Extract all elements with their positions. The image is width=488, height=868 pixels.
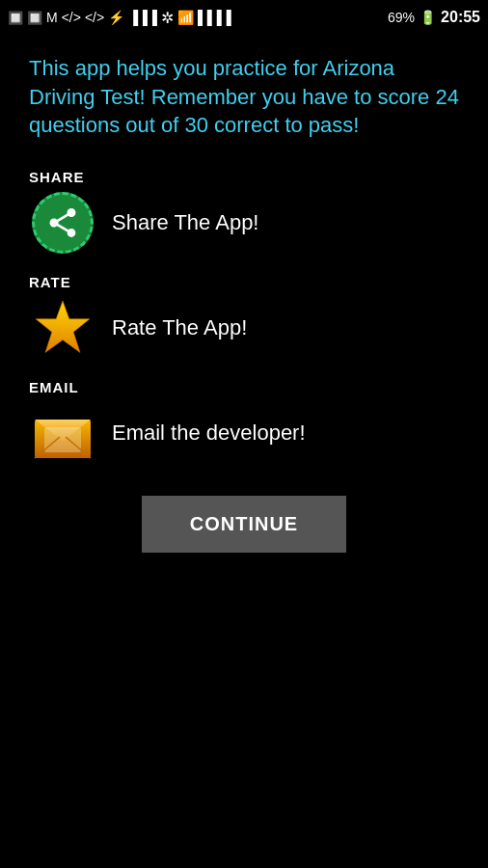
bluetooth-icon: ✲ (161, 9, 174, 27)
star-icon (33, 298, 93, 358)
main-content: This app helps you practice for Arizona … (0, 35, 488, 572)
code2-icon: </> (85, 10, 104, 25)
battery-icon: 🔋 (420, 10, 436, 25)
email-text[interactable]: Email the developer! (112, 420, 306, 446)
share-section: SHARE Share The App! (29, 169, 459, 257)
code-icon: </> (62, 10, 81, 25)
gmail-icon: M (46, 10, 58, 25)
share-row[interactable]: Share The App! (29, 189, 459, 257)
share-text[interactable]: Share The App! (112, 210, 259, 235)
battery-percent: 69% (388, 10, 415, 25)
usb-icon: ⚡ (108, 10, 124, 25)
intro-text: This app helps you practice for Arizona … (29, 54, 459, 140)
star-icon-wrap (29, 294, 96, 362)
status-bar-left: 🔲 🔲 M </> </> ⚡ ▐▐▐ ✲ 📶 ▌▌▌▌ (8, 9, 236, 27)
rate-label: RATE (29, 274, 459, 290)
sim-icon: 🔲 (8, 11, 23, 25)
share-icon-wrap (29, 189, 96, 257)
continue-button[interactable]: CONTINUE (142, 496, 346, 553)
status-bar-right: 69% 🔋 20:55 (388, 9, 480, 26)
share-label: SHARE (29, 169, 459, 185)
rate-row[interactable]: Rate The App! (29, 294, 459, 362)
email-label: EMAIL (29, 379, 459, 395)
signal-icon: ▌▌▌▌ (198, 10, 236, 25)
continue-button-wrap: CONTINUE (29, 496, 459, 553)
status-bar: 🔲 🔲 M </> </> ⚡ ▐▐▐ ✲ 📶 ▌▌▌▌ 69% 🔋 20:55 (0, 0, 488, 35)
bars-icon: ▐▐▐ (128, 10, 157, 25)
wifi-icon: 📶 (177, 10, 194, 25)
email-section: EMAIL (29, 379, 459, 467)
battery-small-icon: 🔲 (27, 11, 42, 25)
share-circle-icon (32, 192, 94, 254)
share-svg-icon (45, 205, 80, 240)
email-row[interactable]: Email the developer! (29, 399, 459, 467)
time: 20:55 (441, 9, 480, 26)
envelope-icon (31, 404, 95, 462)
svg-marker-0 (36, 301, 90, 352)
rate-section: RATE Rate The App! (29, 274, 459, 362)
svg-rect-3 (44, 427, 81, 452)
envelope-icon-wrap (29, 399, 96, 467)
rate-text[interactable]: Rate The App! (112, 315, 247, 340)
